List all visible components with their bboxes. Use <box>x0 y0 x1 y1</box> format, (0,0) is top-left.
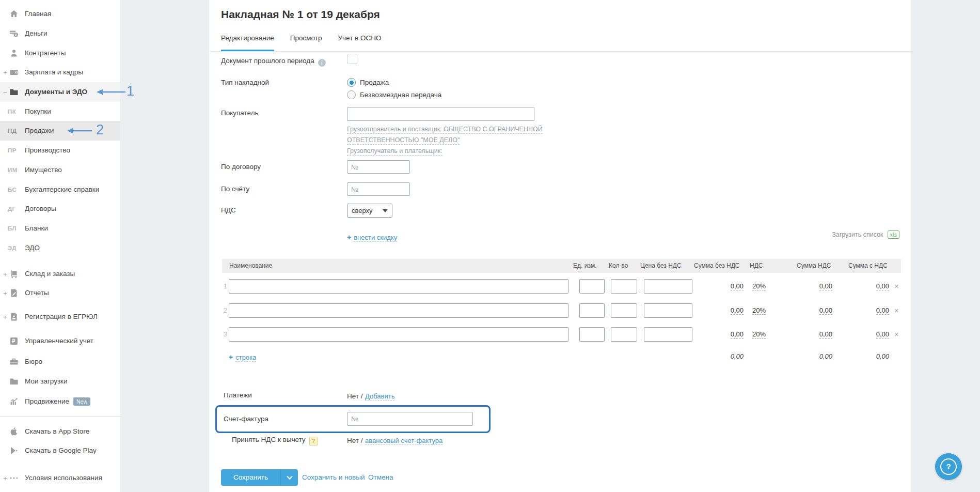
sidebar-item-promotion[interactable]: Продвижение New <box>0 392 120 411</box>
warehouse-cart-icon <box>8 269 20 279</box>
row-unit-input[interactable] <box>579 279 605 294</box>
by-invoice-input[interactable] <box>347 182 410 196</box>
buyer-input[interactable] <box>347 107 534 121</box>
sidebar-item-terms[interactable]: + Условия использования <box>0 464 120 492</box>
sidebar-item-label: Договоры <box>25 205 56 213</box>
sidebar-item-registration-egrul[interactable]: + Регистрация в ЕГРЮЛ <box>0 303 120 331</box>
row-price-input[interactable] <box>644 303 692 318</box>
sidebar-item-bureau[interactable]: Бюро <box>0 352 120 372</box>
sidebar-item-money[interactable]: ₽ Деньги <box>0 24 120 43</box>
vat-select[interactable]: сверху <box>347 204 392 218</box>
radio-sale[interactable]: Продажа <box>347 78 389 87</box>
abbr-pk: ПК <box>8 109 20 115</box>
invoice-type-label: Тип накладной <box>221 79 269 86</box>
sidebar-item-warehouse[interactable]: + Склад и заказы <box>0 264 120 284</box>
row-name-input[interactable] <box>229 303 568 318</box>
by-contract-input[interactable] <box>347 160 410 174</box>
advance-invoice-link[interactable]: авансовый счет-фактура <box>365 437 442 445</box>
save-dropdown-toggle[interactable] <box>280 469 298 486</box>
delete-row-icon[interactable]: × <box>894 303 899 318</box>
radio-selected-icon[interactable] <box>347 78 356 87</box>
sidebar-item-blanks[interactable]: БЛ Бланки <box>0 219 120 238</box>
row-name-input[interactable] <box>229 327 568 342</box>
sidebar-item-property[interactable]: ИМ Имущество <box>0 160 120 180</box>
promotion-icon <box>8 396 20 407</box>
management-accounting-icon: ₽ <box>8 336 20 346</box>
row-sum-no-vat: 0,00 <box>707 303 744 318</box>
col-vat-sum: Сумма НДС <box>797 259 831 273</box>
sidebar-item-edo[interactable]: ЭД ЭДО <box>0 238 120 258</box>
expand-plus-icon[interactable]: + <box>3 474 8 482</box>
payments-add-link[interactable]: Добавить <box>365 392 394 401</box>
sidebar-item-salary[interactable]: + Зарплата и кадры <box>0 63 120 82</box>
save-and-new-link[interactable]: Сохранить и новый <box>302 473 365 481</box>
svg-text:₽: ₽ <box>15 33 18 37</box>
sidebar-item-contractors[interactable]: Контрагенты <box>0 43 120 63</box>
buyer-links: Грузоотправитель и поставщик: ОБЩЕСТВО С… <box>347 124 543 156</box>
consignee-payer-link[interactable]: Грузополучатель и плательщик: <box>347 147 442 156</box>
sidebar-item-accounting-notes[interactable]: БС Бухгалтерские справки <box>0 180 120 199</box>
radio-unselected-icon[interactable] <box>347 90 356 99</box>
annotation-arrow-2 <box>66 126 94 136</box>
tab-preview[interactable]: Просмотр <box>290 34 322 50</box>
sidebar: Главная ₽ Деньги Контрагенты + Зарплата … <box>0 0 120 492</box>
sidebar-item-home[interactable]: Главная <box>0 4 120 24</box>
sidebar-item-management-accounting[interactable]: ₽ Управленческий учет <box>0 331 120 351</box>
sidebar-item-google-play[interactable]: Скачать в Google Play <box>0 441 120 460</box>
sidebar-item-label: Продажи <box>25 127 54 135</box>
abbr-bl: БЛ <box>8 225 20 232</box>
row-unit-input[interactable] <box>579 327 605 342</box>
table-row: 3 0,00 20% 0,00 0,00 × <box>222 327 901 342</box>
sidebar-item-production[interactable]: ПР Производство <box>0 141 120 160</box>
sidebar-item-contracts[interactable]: ДГ Договоры <box>0 199 120 219</box>
expand-plus-icon[interactable]: + <box>3 69 8 76</box>
info-icon[interactable]: i <box>318 59 326 67</box>
row-qty-input[interactable] <box>611 279 637 294</box>
radio-free-transfer[interactable]: Безвозмездная передача <box>347 90 441 99</box>
abbr-dg: ДГ <box>8 206 20 212</box>
dropdown-caret-icon <box>383 209 388 212</box>
sidebar-item-reports[interactable]: + Отчеты <box>0 283 120 303</box>
help-question-icon[interactable]: ? <box>309 437 318 445</box>
expand-plus-icon[interactable]: + <box>3 270 8 278</box>
invoice-facture-input[interactable] <box>347 412 473 426</box>
past-period-checkbox[interactable] <box>347 54 357 64</box>
cancel-link[interactable]: Отмена <box>368 473 393 481</box>
registration-icon <box>8 312 20 322</box>
vat-deduct-value: Нет / авансовый счет-фактура <box>347 436 442 445</box>
row-sum-no-vat: 0,00 <box>707 327 744 342</box>
delete-row-icon[interactable]: × <box>894 279 899 294</box>
sidebar-item-purchases[interactable]: ПК Покупки <box>0 102 120 121</box>
money-icon: ₽ <box>8 28 20 39</box>
shipper-supplier-link-line2[interactable]: ОТВЕТСТВЕННОСТЬЮ "МОЕ ДЕЛО" <box>347 136 460 145</box>
row-number: 1 <box>222 279 227 294</box>
expand-plus-icon[interactable]: + <box>3 313 8 321</box>
payments-none: Нет / <box>347 392 363 400</box>
help-fab-button[interactable]: ? <box>935 453 962 480</box>
row-qty-input[interactable] <box>611 327 637 342</box>
tab-editing[interactable]: Редактирование <box>221 34 274 51</box>
vat-select-value: сверху <box>352 207 373 214</box>
row-price-input[interactable] <box>644 279 692 294</box>
items-table-header: Наименование Ед. изм. Кол-во Цена без НД… <box>222 259 901 273</box>
sidebar-item-app-store[interactable]: Скачать в App Store <box>0 422 120 441</box>
row-name-input[interactable] <box>229 279 568 294</box>
add-discount-link[interactable]: +внести скидку <box>347 233 397 242</box>
collapse-minus-icon[interactable]: − <box>3 88 8 96</box>
col-vat: НДС <box>750 259 763 273</box>
sidebar-item-label: Скачать в Google Play <box>25 447 97 455</box>
row-qty-input[interactable] <box>611 303 637 318</box>
row-sum-no-vat: 0,00 <box>707 279 744 294</box>
expand-plus-icon[interactable]: + <box>3 289 8 297</box>
save-button[interactable]: Сохранить <box>221 469 280 486</box>
save-split-button[interactable]: Сохранить <box>221 469 298 486</box>
bureau-icon <box>8 357 20 367</box>
sidebar-item-my-downloads[interactable]: Мои загрузки <box>0 372 120 391</box>
row-unit-input[interactable] <box>579 303 605 318</box>
tab-osno-accounting[interactable]: Учет в ОСНО <box>338 34 382 50</box>
xls-badge[interactable]: xls <box>888 230 899 239</box>
vat-deduct-label: Принять НДС к вычету? <box>232 436 318 445</box>
delete-row-icon[interactable]: × <box>894 327 899 342</box>
row-price-input[interactable] <box>644 327 692 342</box>
shipper-supplier-link[interactable]: Грузоотправитель и поставщик: ОБЩЕСТВО С… <box>347 126 543 134</box>
